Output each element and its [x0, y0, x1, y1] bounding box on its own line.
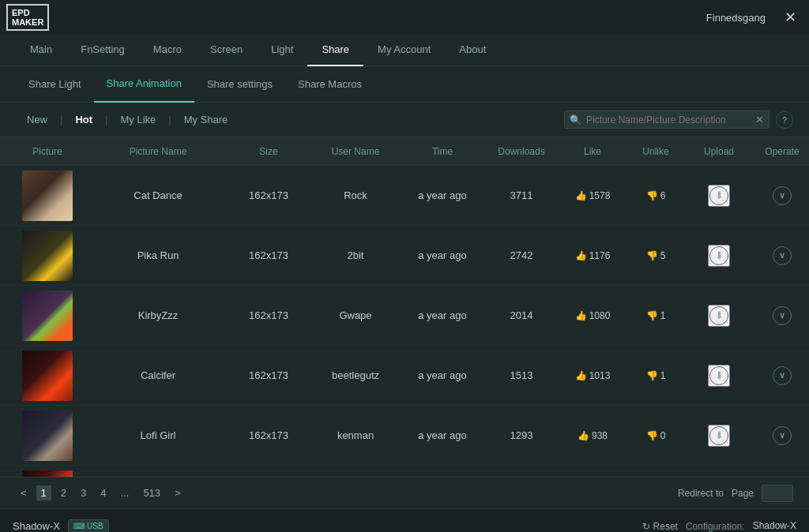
- operate-button-1[interactable]: ∨: [773, 246, 792, 265]
- keyboard-icon: ⌨: [73, 522, 85, 530]
- download-button-3[interactable]: ⬇: [708, 365, 730, 387]
- search-input[interactable]: [586, 114, 751, 126]
- prev-page-button[interactable]: <: [16, 485, 32, 500]
- thumbnail-1[interactable]: [22, 230, 73, 281]
- table-row: Pika Run 162x173 2bit a year ago 2742 👍 …: [0, 226, 809, 286]
- nav-item-fnsetting[interactable]: FnSetting: [66, 35, 139, 66]
- download-button-4[interactable]: ⬇: [708, 425, 730, 447]
- nav-item-main[interactable]: Main: [16, 35, 66, 66]
- next-page-button[interactable]: >: [170, 485, 186, 500]
- page-1-button[interactable]: 1: [36, 485, 51, 500]
- cell-time-2: a year ago: [403, 309, 482, 321]
- search-clear-icon[interactable]: ✕: [755, 114, 764, 126]
- page-2-button[interactable]: 2: [56, 485, 71, 500]
- filter-new[interactable]: New: [16, 103, 58, 137]
- thumbnail-2[interactable]: [22, 290, 73, 341]
- cell-name-3: Calcifer: [87, 369, 229, 381]
- nav-bar: Main FnSetting Macro Screen Light Share …: [0, 35, 809, 66]
- operate-button-3[interactable]: ∨: [773, 366, 792, 385]
- operate-button-0[interactable]: ∨: [773, 186, 792, 205]
- cell-name-1: Pika Run: [87, 249, 229, 261]
- cell-upload-1: ⬇: [687, 245, 751, 267]
- download-button-1[interactable]: ⬇: [708, 245, 730, 267]
- unlike-count-0: 6: [660, 190, 666, 201]
- usb-label: USB: [87, 522, 103, 530]
- cell-time-4: a year ago: [403, 429, 482, 441]
- like-button-0[interactable]: 👍 1578: [575, 190, 611, 201]
- cell-like-3: 👍 1013: [561, 370, 624, 381]
- like-icon-4: 👍: [578, 430, 589, 441]
- col-time: Time: [403, 146, 482, 157]
- page-ellipsis: ...: [116, 485, 134, 500]
- filter-mylike[interactable]: My Like: [109, 103, 167, 137]
- cell-downloads-0: 3711: [482, 189, 561, 201]
- unlike-icon-3: 👎: [646, 370, 658, 381]
- nav-item-light[interactable]: Light: [257, 35, 307, 66]
- col-name: Picture Name: [87, 146, 229, 157]
- page-number-input[interactable]: [762, 485, 793, 502]
- title-bar-left: EPD MAKER: [6, 4, 49, 31]
- page-label: Page: [732, 488, 754, 499]
- cell-picture-0: [8, 170, 87, 221]
- subnav-share-macros[interactable]: Share Macros: [285, 66, 374, 103]
- unlike-count-2: 1: [660, 310, 666, 321]
- cell-user-4: kenman: [308, 429, 403, 441]
- col-unlike: Unlike: [624, 146, 687, 157]
- like-button-1[interactable]: 👍 1176: [575, 250, 611, 261]
- like-button-4[interactable]: 👍 938: [578, 430, 608, 441]
- like-button-3[interactable]: 👍 1013: [575, 370, 611, 381]
- unlike-icon-2: 👎: [646, 310, 658, 321]
- col-downloads: Downloads: [482, 146, 561, 157]
- nav-item-share[interactable]: Share: [307, 35, 363, 66]
- filter-hot[interactable]: Hot: [64, 103, 103, 137]
- page-3-button[interactable]: 3: [76, 485, 91, 500]
- cell-like-0: 👍 1578: [561, 190, 624, 201]
- table-row: Fire 160x96 Zhanxinhua a year ago 2426 👍…: [0, 466, 809, 477]
- cell-size-3: 162x173: [229, 369, 308, 381]
- nav-item-macro[interactable]: Macro: [139, 35, 196, 66]
- operate-button-2[interactable]: ∨: [773, 306, 792, 325]
- redirect-label: Redirect to: [678, 488, 724, 499]
- page-4-button[interactable]: 4: [96, 485, 111, 500]
- nav-item-about[interactable]: About: [445, 35, 500, 66]
- cell-downloads-4: 1293: [482, 429, 561, 441]
- nav-item-screen[interactable]: Screen: [196, 35, 257, 66]
- chevron-down-icon-4: ∨: [773, 426, 792, 445]
- cell-downloads-3: 1513: [482, 369, 561, 381]
- usb-badge: ⌨ USB: [68, 519, 109, 532]
- reset-button[interactable]: ↻ Reset: [642, 521, 678, 532]
- thumbnail-3[interactable]: [22, 350, 73, 401]
- download-button-0[interactable]: ⬇: [708, 185, 730, 207]
- unlike-button-3[interactable]: 👎 1: [646, 370, 666, 381]
- like-button-2[interactable]: 👍 1080: [575, 310, 611, 321]
- thumbnail-4[interactable]: [22, 410, 73, 461]
- table-header: Picture Picture Name Size User Name Time…: [0, 137, 809, 166]
- unlike-count-1: 5: [660, 250, 666, 261]
- unlike-button-2[interactable]: 👎 1: [646, 310, 666, 321]
- search-box: 🔍 ✕: [564, 111, 769, 129]
- unlike-button-1[interactable]: 👎 5: [646, 250, 666, 261]
- cell-picture-3: [8, 350, 87, 401]
- close-button[interactable]: ✕: [781, 9, 800, 26]
- unlike-button-4[interactable]: 👎 0: [646, 430, 666, 441]
- page-513-button[interactable]: 513: [138, 485, 165, 500]
- cell-time-1: a year ago: [403, 249, 482, 261]
- filter-myshare[interactable]: My Share: [173, 103, 239, 137]
- cell-name-0: Cat Dance: [87, 189, 229, 201]
- download-button-2[interactable]: ⬇: [708, 305, 730, 327]
- nav-item-myaccount[interactable]: My Account: [363, 35, 445, 66]
- unlike-button-0[interactable]: 👎 6: [646, 190, 666, 201]
- table-row: Cat Dance 162x173 Rock a year ago 3711 👍…: [0, 166, 809, 226]
- thumbnail-0[interactable]: [22, 170, 73, 221]
- cell-like-1: 👍 1176: [561, 250, 624, 261]
- like-count-1: 1176: [589, 250, 611, 261]
- operate-button-4[interactable]: ∨: [773, 426, 792, 445]
- thumbnail-5[interactable]: [22, 470, 73, 478]
- help-button[interactable]: ?: [776, 111, 793, 129]
- unlike-count-3: 1: [660, 370, 666, 381]
- filter-bar: New | Hot | My Like | My Share 🔍 ✕ ?: [0, 103, 809, 137]
- subnav-share-light[interactable]: Share Light: [16, 66, 94, 103]
- subnav-share-settings[interactable]: Share settings: [194, 66, 285, 103]
- subnav-share-animation[interactable]: Share Animation: [94, 66, 194, 103]
- cell-picture-2: [8, 290, 87, 341]
